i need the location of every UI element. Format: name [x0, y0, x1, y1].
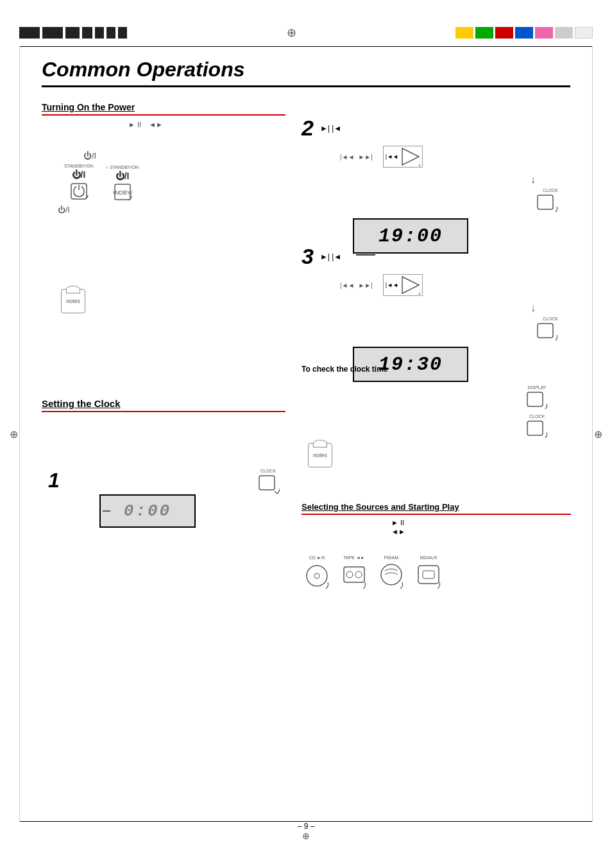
color-squares — [455, 27, 593, 39]
bottom-crosshair: ⊕ — [302, 831, 310, 841]
standby-icon-right: STANDBY/ON — [113, 182, 132, 202]
top-bar: ⊕ — [0, 26, 612, 40]
power-symbol-bottom: ⏻/I — [58, 205, 70, 214]
left-desc-text — [48, 225, 285, 229]
color-sq-white — [575, 27, 593, 39]
source-buttons: CD ►/II TAPE ◄► FM/AM MD/AUX — [305, 555, 441, 591]
clock-icon-step1: CLOCK — [257, 469, 280, 496]
fm-am-button[interactable]: FM/AM — [379, 555, 404, 591]
turning-on-heading: Turning On the Power — [42, 101, 285, 116]
notes-icon-left: notes — [61, 289, 85, 313]
black-sq-7 — [118, 27, 127, 39]
svg-rect-15 — [418, 566, 439, 584]
step2-area: 2 ►| |◄ |◄◄ ►►| |◄◄ ↓ CLOCK 19:00 — [302, 116, 571, 256]
title-underline — [42, 85, 570, 87]
svg-point-9 — [307, 566, 327, 586]
notes-icon-right: notes — [308, 443, 332, 467]
svg-point-13 — [355, 571, 362, 578]
tape-icon — [342, 562, 366, 591]
black-squares — [19, 27, 127, 39]
page-line-top — [19, 46, 593, 47]
black-sq-5 — [95, 27, 104, 39]
center-crosshair-top: ⊕ — [287, 26, 296, 40]
clock-icon-check: CLOCK — [526, 414, 548, 440]
svg-rect-7 — [527, 392, 543, 406]
cd-icon — [305, 562, 329, 591]
display-step1: 0:00 — [99, 494, 196, 528]
svg-point-12 — [346, 571, 353, 578]
color-sq-blue — [515, 27, 533, 39]
black-sq-1 — [19, 27, 40, 39]
step1-area: 1 — [48, 469, 65, 492]
black-sq-2 — [42, 27, 63, 39]
color-sq-green — [475, 27, 493, 39]
selecting-sources-heading: Selecting the Sources and Starting Play — [302, 501, 571, 515]
color-sq-red — [495, 27, 513, 39]
md-aux-button[interactable]: MD/AUX — [416, 555, 441, 591]
side-crosshair-left: ⊕ — [10, 428, 18, 440]
color-sq-yellow — [455, 27, 473, 39]
blink-indicator — [103, 510, 110, 512]
check-clock-time: To check the clock time — [302, 363, 388, 374]
svg-rect-4 — [259, 476, 275, 490]
right-margin-line — [592, 46, 593, 822]
svg-rect-8 — [527, 421, 543, 435]
clock-icon-step2 — [536, 193, 558, 214]
step3-area: 3 ►| |◄ |◄◄ ►►| |◄◄ ↓ CLOCK 19:30 — [302, 244, 571, 382]
standby-icon-left — [69, 181, 89, 202]
page-title: Common Operations — [42, 58, 244, 82]
black-sq-3 — [65, 27, 80, 39]
page-number: – 9 – — [298, 822, 315, 831]
svg-text:STANDBY/ON: STANDBY/ON — [113, 189, 132, 196]
standby-button-group: STANDBY/ON ⏻/I ○ STANDBY/ON ⏻/I STANDBY/… — [64, 164, 139, 202]
clock-icon-step3 — [536, 321, 558, 343]
color-sq-gray — [555, 27, 573, 39]
color-sq-pink — [535, 27, 553, 39]
setting-clock-heading: Setting the Clock — [42, 398, 285, 412]
play-stop-symbols: ► II ◄► — [391, 519, 405, 535]
fm-am-icon — [379, 562, 404, 591]
svg-point-14 — [381, 564, 402, 585]
left-margin-line — [19, 46, 20, 822]
black-sq-4 — [82, 27, 92, 39]
svg-rect-11 — [344, 567, 364, 582]
skip-arrow-step2 — [401, 147, 420, 166]
transport-buttons-row: ► II ◄► — [128, 121, 163, 128]
cd-button[interactable]: CD ►/II — [305, 555, 329, 591]
svg-rect-6 — [538, 324, 553, 338]
svg-rect-5 — [538, 195, 553, 209]
side-crosshair-right: ⊕ — [594, 428, 602, 440]
svg-rect-16 — [423, 571, 434, 578]
svg-point-10 — [314, 573, 319, 578]
black-sq-6 — [106, 27, 115, 39]
power-symbol-left: ⏻/I — [83, 151, 96, 161]
tape-button[interactable]: TAPE ◄► — [342, 555, 366, 591]
skip-arrow-step3 — [401, 275, 420, 295]
display-icon: DISPLAY — [526, 385, 548, 412]
md-aux-icon — [416, 562, 441, 591]
